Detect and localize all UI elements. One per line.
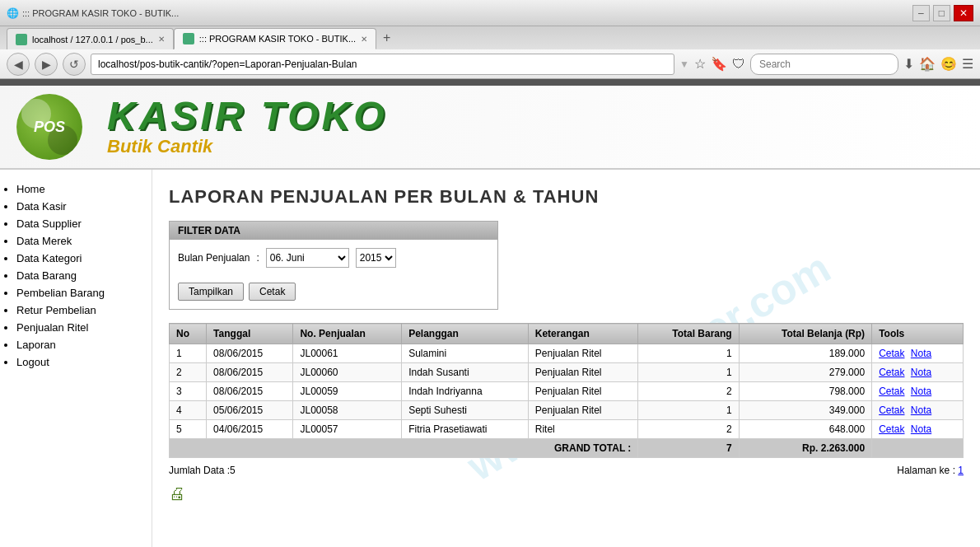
sidebar-item-logout[interactable]: Logout xyxy=(16,356,152,368)
sidebar-link-kasir[interactable]: Data Kasir xyxy=(16,200,67,213)
table-row: 1 08/06/2015 JL00061 Sulamini Penjualan … xyxy=(170,344,964,363)
url-bar[interactable] xyxy=(91,54,674,75)
sidebar-item-kasir[interactable]: Data Kasir xyxy=(16,200,152,213)
cell-no: 3 xyxy=(170,382,207,401)
sidebar-link-home[interactable]: Home xyxy=(16,183,45,195)
cell-tanggal: 08/06/2015 xyxy=(207,363,293,382)
tampilkan-button[interactable]: Tampilkan xyxy=(178,283,244,301)
cell-tools: Cetak Nota xyxy=(872,344,964,363)
page-title: LAPORAN PENJUALAN PER BULAN & TAHUN xyxy=(169,186,964,208)
refresh-button[interactable]: ↺ xyxy=(63,53,86,76)
col-tools: Tools xyxy=(872,324,964,344)
col-total-barang: Total Barang xyxy=(638,324,739,344)
download-icon[interactable]: ⬇ xyxy=(903,56,914,72)
cell-no-penjualan: JL00059 xyxy=(293,382,402,401)
logo-circle: POS xyxy=(16,94,82,160)
sidebar-link-merek[interactable]: Data Merek xyxy=(16,235,72,247)
nota-link[interactable]: Nota xyxy=(911,423,931,435)
browser-chrome: 🌐 ::: PROGRAM KASIR TOKO - BUTIK... – □ … xyxy=(0,0,980,79)
tab-label-1: localhost / 127.0.0.1 / pos_b... xyxy=(32,35,153,44)
minimize-btn[interactable]: – xyxy=(912,5,930,21)
cell-total-barang: 1 xyxy=(638,363,739,382)
year-select[interactable]: 2013 2014 2015 2016 xyxy=(356,248,396,268)
filter-colon: : xyxy=(256,252,259,264)
logo-text: POS xyxy=(34,119,65,136)
cell-keterangan: Penjualan Ritel xyxy=(528,344,638,363)
cell-pelanggan: Sulamini xyxy=(402,344,529,363)
table-row: 2 08/06/2015 JL00060 Indah Susanti Penju… xyxy=(170,363,964,382)
cetak-link[interactable]: Cetak xyxy=(879,404,904,416)
sidebar-link-barang[interactable]: Data Barang xyxy=(16,269,77,282)
nota-link[interactable]: Nota xyxy=(911,367,931,378)
page-link-1[interactable]: 1 xyxy=(958,465,964,476)
site-subtitle: Butik Cantik xyxy=(107,136,387,157)
tab-2[interactable]: ::: PROGRAM KASIR TOKO - BUTIK... ✕ xyxy=(174,28,376,49)
nota-link[interactable]: Nota xyxy=(911,386,931,397)
forward-button[interactable]: ▶ xyxy=(35,53,58,76)
filter-body: Bulan Penjualan : 01. Januari 02. Februa… xyxy=(170,240,497,276)
close-btn[interactable]: ✕ xyxy=(954,5,973,21)
sidebar-item-laporan[interactable]: Laporan xyxy=(16,339,152,351)
print-icon[interactable]: 🖨 xyxy=(169,484,964,503)
sidebar-link-kategori[interactable]: Data Kategori xyxy=(16,252,82,264)
jumlah-data: Jumlah Data :5 xyxy=(169,465,236,476)
browser-action-icons: ⬇ 🏠 😊 ☰ xyxy=(903,56,973,72)
sidebar-link-retur[interactable]: Retur Pembelian xyxy=(16,304,96,316)
sidebar-item-barang[interactable]: Data Barang xyxy=(16,269,152,282)
month-select[interactable]: 01. Januari 02. Februari 03. Maret 04. A… xyxy=(266,248,349,268)
tab-close-1[interactable]: ✕ xyxy=(158,35,165,44)
browser-titlebar: 🌐 ::: PROGRAM KASIR TOKO - BUTIK... – □ … xyxy=(0,0,980,26)
tab-1[interactable]: localhost / 127.0.0.1 / pos_b... ✕ xyxy=(7,28,174,49)
back-button[interactable]: ◀ xyxy=(7,53,30,76)
bookmark-icon[interactable]: 🔖 xyxy=(711,56,727,72)
col-keterangan: Keterangan xyxy=(528,324,638,344)
cell-pelanggan: Fitria Prasetiawati xyxy=(402,420,529,439)
tab-bar: localhost / 127.0.0.1 / pos_b... ✕ ::: P… xyxy=(0,26,980,49)
bookmark-star-icon[interactable]: ☆ xyxy=(694,56,706,72)
sidebar-link-pembelian[interactable]: Pembelian Barang xyxy=(16,287,105,299)
sidebar-item-merek[interactable]: Data Merek xyxy=(16,235,152,247)
table-row: 3 08/06/2015 JL00059 Indah Indriyanna Pe… xyxy=(170,382,964,401)
cell-no: 4 xyxy=(170,401,207,420)
new-tab-button[interactable]: + xyxy=(376,26,397,49)
maximize-btn[interactable]: □ xyxy=(933,5,950,21)
sidebar-item-home[interactable]: Home xyxy=(16,183,152,195)
sidebar-item-penjualan[interactable]: Penjualan Ritel xyxy=(16,321,152,334)
nota-link[interactable]: Nota xyxy=(911,348,931,359)
col-pelanggan: Pelanggan xyxy=(402,324,529,344)
cetak-link[interactable]: Cetak xyxy=(879,386,904,397)
cell-no-penjualan: JL00057 xyxy=(293,420,402,439)
cetak-link[interactable]: Cetak xyxy=(879,348,904,359)
cetak-button[interactable]: Cetak xyxy=(249,283,296,301)
tab-close-2[interactable]: ✕ xyxy=(361,35,367,44)
sidebar-link-penjualan[interactable]: Penjualan Ritel xyxy=(16,321,88,334)
sidebar-item-pembelian[interactable]: Pembelian Barang xyxy=(16,287,152,299)
sidebar-item-supplier[interactable]: Data Supplier xyxy=(16,217,152,230)
cell-total-barang: 2 xyxy=(638,382,739,401)
table-footer: Jumlah Data :5 Halaman ke : 1 xyxy=(169,465,964,476)
user-icon[interactable]: 😊 xyxy=(940,56,957,72)
url-dropdown-icon: ▼ xyxy=(679,58,689,70)
grand-total-barang: 7 xyxy=(638,439,739,458)
dark-band xyxy=(0,79,980,86)
sidebar-link-supplier[interactable]: Data Supplier xyxy=(16,217,82,230)
search-input[interactable] xyxy=(750,54,898,75)
cell-keterangan: Penjualan Ritel xyxy=(528,401,638,420)
sidebar: Home Data Kasir Data Supplier Data Merek… xyxy=(0,170,152,547)
sidebar-item-retur[interactable]: Retur Pembelian xyxy=(16,304,152,316)
cetak-link[interactable]: Cetak xyxy=(879,423,904,435)
tab-label-2: ::: PROGRAM KASIR TOKO - BUTIK... xyxy=(199,34,356,44)
cell-no-penjualan: JL00058 xyxy=(293,401,402,420)
sidebar-item-kategori[interactable]: Data Kategori xyxy=(16,252,152,264)
cell-tanggal: 08/06/2015 xyxy=(207,382,293,401)
menu-icon[interactable]: ☰ xyxy=(962,56,973,72)
cetak-link[interactable]: Cetak xyxy=(879,367,904,378)
cell-pelanggan: Indah Indriyanna xyxy=(402,382,529,401)
cell-no: 2 xyxy=(170,363,207,382)
home-icon[interactable]: 🏠 xyxy=(919,56,936,72)
sidebar-link-logout[interactable]: Logout xyxy=(16,356,49,368)
pagination: Halaman ke : 1 xyxy=(897,465,964,476)
sidebar-link-laporan[interactable]: Laporan xyxy=(16,339,56,351)
nota-link[interactable]: Nota xyxy=(911,404,931,416)
tab-favicon-1 xyxy=(16,34,27,45)
